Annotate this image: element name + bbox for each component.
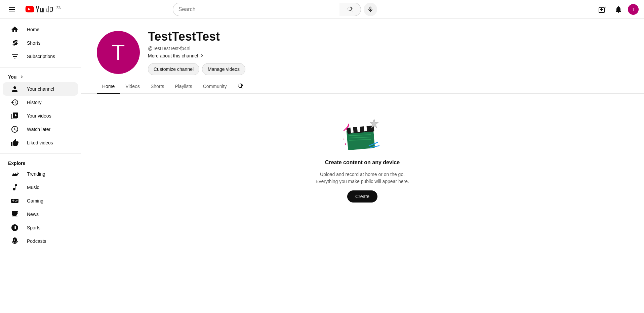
mic-icon bbox=[367, 6, 374, 13]
channel-name: TestTestTest bbox=[148, 30, 245, 44]
empty-state-title: Create content on any device bbox=[325, 160, 400, 166]
sidebar-item-your-channel[interactable]: Your channel bbox=[3, 82, 78, 96]
sidebar-item-your-videos-label: Your videos bbox=[27, 113, 51, 119]
svg-point-13 bbox=[345, 143, 346, 145]
watch-later-icon bbox=[11, 125, 19, 133]
create-icon bbox=[598, 5, 606, 13]
sidebar-item-music-label: Music bbox=[27, 185, 39, 190]
you-section-header[interactable]: You bbox=[0, 72, 81, 82]
hamburger-button[interactable] bbox=[5, 3, 19, 16]
sidebar-item-subscriptions[interactable]: Subscriptions bbox=[3, 50, 78, 63]
sidebar-item-liked-videos-label: Liked videos bbox=[27, 140, 53, 145]
explore-section-label: Explore bbox=[0, 158, 81, 167]
liked-icon bbox=[11, 139, 19, 147]
empty-desc-line1: Upload and record at home or on the go. bbox=[320, 172, 405, 177]
create-content-button[interactable]: Create bbox=[347, 190, 377, 203]
create-button[interactable] bbox=[596, 3, 609, 16]
tab-shorts[interactable]: Shorts bbox=[145, 80, 169, 94]
empty-state-icon bbox=[339, 114, 386, 154]
customize-channel-button[interactable]: Customize channel bbox=[148, 63, 199, 75]
notifications-button[interactable] bbox=[612, 3, 625, 16]
bell-icon bbox=[614, 5, 622, 13]
news-icon bbox=[11, 210, 19, 218]
channel-tabs: Home Videos Shorts Playlists Community bbox=[81, 79, 644, 94]
tab-videos[interactable]: Videos bbox=[120, 80, 145, 94]
header: ZA T bbox=[0, 0, 644, 19]
gaming-icon bbox=[11, 197, 19, 205]
search-icon bbox=[347, 6, 353, 13]
shorts-icon bbox=[11, 39, 19, 47]
sidebar-item-history[interactable]: History bbox=[3, 96, 78, 109]
svg-point-14 bbox=[344, 139, 345, 140]
header-center bbox=[167, 3, 383, 16]
channel-more-label: More about this channel bbox=[148, 53, 198, 58]
sidebar-item-gaming[interactable]: Gaming bbox=[3, 194, 78, 208]
manage-videos-button[interactable]: Manage videos bbox=[202, 63, 245, 75]
you-section-label: You bbox=[8, 74, 16, 80]
sidebar-item-your-videos[interactable]: Your videos bbox=[3, 109, 78, 123]
sidebar-item-shorts-label: Shorts bbox=[27, 40, 40, 46]
mic-button[interactable] bbox=[364, 3, 377, 16]
chevron-right-icon bbox=[199, 53, 205, 58]
home-icon bbox=[11, 26, 19, 34]
sidebar-item-home[interactable]: Home bbox=[3, 23, 78, 36]
sidebar-item-home-label: Home bbox=[27, 27, 39, 32]
sidebar-item-trending[interactable]: Trending bbox=[3, 167, 78, 181]
sidebar-item-news-label: News bbox=[27, 212, 39, 217]
channel-handle: @TestTestTest-fp4nl bbox=[148, 46, 245, 51]
search-input[interactable] bbox=[173, 3, 339, 16]
user-avatar-button[interactable]: T bbox=[628, 4, 639, 15]
chevron-right-icon bbox=[19, 74, 25, 80]
search-icon bbox=[237, 83, 244, 90]
tab-community[interactable]: Community bbox=[198, 80, 232, 94]
youtube-logo-icon bbox=[24, 6, 54, 13]
channel-more-link[interactable]: More about this channel bbox=[148, 53, 245, 58]
sidebar: Home Shorts Subscriptions You Your chann… bbox=[0, 19, 81, 313]
channel-avatar: T bbox=[97, 31, 140, 74]
tab-playlists[interactable]: Playlists bbox=[169, 80, 197, 94]
videos-icon bbox=[11, 112, 19, 120]
sidebar-divider-1 bbox=[0, 67, 81, 68]
sidebar-item-gaming-label: Gaming bbox=[27, 198, 43, 204]
sidebar-item-subscriptions-label: Subscriptions bbox=[27, 54, 55, 59]
sidebar-item-liked-videos[interactable]: Liked videos bbox=[3, 136, 78, 149]
search-form bbox=[173, 3, 361, 16]
channel-header: T TestTestTest @TestTestTest-fp4nl More … bbox=[81, 19, 644, 75]
sidebar-item-podcasts-label: Podcasts bbox=[27, 238, 46, 244]
sidebar-item-trending-label: Trending bbox=[27, 171, 45, 177]
sidebar-divider-2 bbox=[0, 153, 81, 154]
youtube-logo[interactable]: ZA bbox=[24, 6, 61, 13]
music-icon bbox=[11, 183, 19, 191]
logo-country: ZA bbox=[56, 6, 61, 10]
sidebar-item-news[interactable]: News bbox=[3, 208, 78, 221]
empty-state: Create content on any device Upload and … bbox=[316, 114, 409, 203]
subscriptions-icon bbox=[11, 52, 19, 60]
main-content: T TestTestTest @TestTestTest-fp4nl More … bbox=[81, 19, 644, 313]
hamburger-icon bbox=[8, 5, 16, 13]
podcasts-icon bbox=[11, 237, 19, 245]
sidebar-item-watch-later-label: Watch later bbox=[27, 127, 50, 132]
channel-content: Create content on any device Upload and … bbox=[81, 94, 644, 223]
sidebar-item-sports-label: Sports bbox=[27, 225, 40, 230]
sidebar-item-history-label: History bbox=[27, 100, 42, 105]
sidebar-item-your-channel-label: Your channel bbox=[27, 86, 54, 92]
history-icon bbox=[11, 98, 19, 106]
sidebar-item-music[interactable]: Music bbox=[3, 181, 78, 194]
tab-search-button[interactable] bbox=[234, 80, 247, 93]
empty-desc-line2: Everything you make public will appear h… bbox=[316, 179, 409, 184]
channel-info: TestTestTest @TestTestTest-fp4nl More ab… bbox=[148, 30, 245, 75]
header-right: T bbox=[596, 3, 639, 16]
sidebar-item-watch-later[interactable]: Watch later bbox=[3, 123, 78, 136]
header-left: ZA bbox=[5, 3, 61, 16]
sidebar-item-podcasts[interactable]: Podcasts bbox=[3, 234, 78, 248]
sports-icon bbox=[11, 224, 19, 232]
sidebar-item-sports[interactable]: Sports bbox=[3, 221, 78, 234]
account-icon bbox=[11, 85, 19, 93]
empty-state-description: Upload and record at home or on the go. … bbox=[316, 171, 409, 185]
sidebar-item-shorts[interactable]: Shorts bbox=[3, 36, 78, 50]
channel-actions: Customize channel Manage videos bbox=[148, 63, 245, 75]
trending-icon bbox=[11, 170, 19, 178]
tab-home[interactable]: Home bbox=[97, 80, 120, 94]
search-button[interactable] bbox=[339, 3, 361, 16]
